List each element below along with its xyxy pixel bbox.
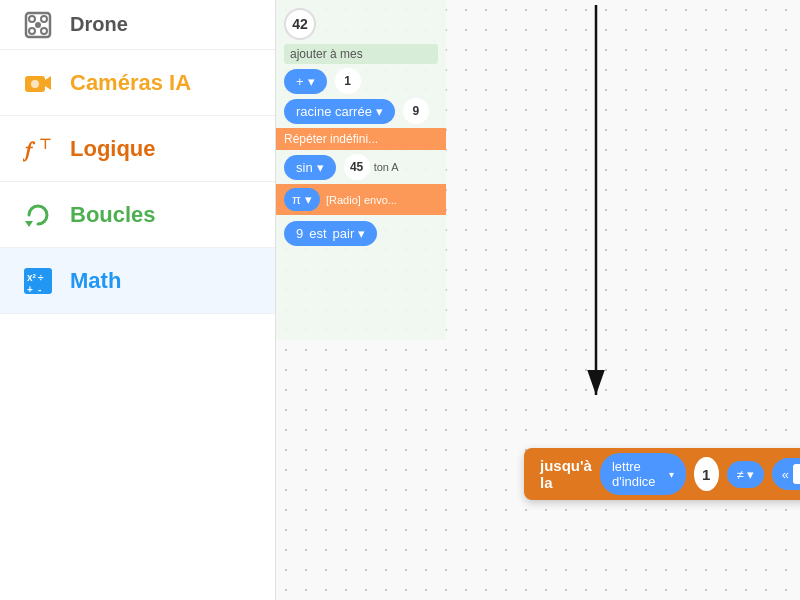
sidebar-item-label: Drone [70, 13, 128, 36]
lettre-dropdown[interactable]: lettre d'indice ▾ [600, 453, 686, 495]
est-label: est [309, 226, 326, 241]
sidebar-item-drone[interactable]: Drone [0, 0, 275, 50]
dropdown-arrow-icon: ▾ [747, 467, 754, 482]
block-row-est: 9 est pair ▾ [284, 221, 438, 246]
sidebar-item-logique[interactable]: 𝑓 ⊤ Logique [0, 116, 275, 182]
svg-point-2 [41, 16, 47, 22]
sin-label: sin [296, 160, 313, 175]
racine-block[interactable]: racine carrée ▾ [284, 99, 395, 124]
sidebar-item-label: Caméras IA [70, 70, 191, 96]
sidebar-item-label: Logique [70, 136, 156, 162]
dropdown-arrow-icon: ▾ [317, 160, 324, 175]
svg-marker-7 [45, 76, 51, 90]
math-icon: x² ÷ + - [20, 263, 56, 299]
nine-est-block[interactable]: 9 est pair ▾ [284, 221, 377, 246]
neq-label: ≠ [737, 467, 744, 482]
dropdown-arrow-icon: ▾ [376, 104, 383, 119]
pi-block[interactable]: π ▾ [284, 188, 320, 211]
svg-point-3 [29, 28, 35, 34]
racine-label: racine carrée [296, 104, 372, 119]
svg-text:÷: ÷ [38, 272, 44, 283]
dropdown-arrow-icon: ▾ [358, 226, 365, 241]
quote-open: « [782, 467, 789, 482]
pair-label: pair [333, 226, 355, 241]
plus-value[interactable]: 1 [335, 68, 361, 94]
sidebar-item-math[interactable]: x² ÷ + - Math [0, 248, 275, 314]
camera-icon [20, 65, 56, 101]
dropdown-arrow-icon: ▾ [669, 469, 674, 480]
svg-text:x²: x² [27, 272, 37, 283]
svg-marker-11 [25, 221, 33, 227]
pi-label: π [292, 192, 301, 207]
number-value: 1 [702, 466, 710, 483]
svg-text:+: + [27, 284, 33, 295]
jusqu-label: jusqu'à la [540, 457, 592, 491]
lettre-label: lettre d'indice [612, 459, 665, 489]
dropdown-arrow-icon: ▾ [308, 74, 315, 89]
plus-label: + [296, 74, 304, 89]
svg-point-1 [29, 16, 35, 22]
block-row-racine: racine carrée ▾ 9 [284, 98, 438, 124]
sidebar-item-boucles[interactable]: Boucles [0, 182, 275, 248]
bottom-block: jusqu'à la lettre d'indice ▾ 1 ≠ ▾ « » a… [524, 448, 800, 500]
ajouter-label: ajouter à mes [284, 44, 438, 64]
logic-icon: 𝑓 ⊤ [20, 131, 56, 167]
sin-value[interactable]: 45 [344, 154, 370, 180]
sidebar-item-cameras[interactable]: Caméras IA [0, 50, 275, 116]
blocks-panel: 42 ajouter à mes + ▾ 1 racine carrée ▾ 9… [276, 0, 446, 340]
boucles-icon [20, 197, 56, 233]
ton-label: ton A [374, 161, 399, 173]
quote-block: « » [772, 458, 800, 490]
plus-block[interactable]: + ▾ [284, 69, 327, 94]
svg-text:-: - [38, 284, 41, 295]
number-bubble-42: 42 [284, 8, 316, 40]
block-row-sin: sin ▾ 45 ton A [284, 154, 438, 180]
est-value: 9 [296, 226, 303, 241]
svg-point-4 [41, 28, 47, 34]
main-area: 42 ajouter à mes + ▾ 1 racine carrée ▾ 9… [276, 0, 800, 600]
svg-point-8 [31, 80, 39, 88]
racine-value[interactable]: 9 [403, 98, 429, 124]
block-row-42: 42 [284, 8, 438, 40]
svg-point-5 [35, 22, 41, 28]
block-row-plus: + ▾ 1 [284, 68, 438, 94]
block-row-radio: π ▾ [Radio] envo... [276, 184, 446, 215]
svg-text:𝑓: 𝑓 [23, 137, 36, 162]
sin-block[interactable]: sin ▾ [284, 155, 336, 180]
sidebar: Drone Caméras IA 𝑓 ⊤ Logique Bouc [0, 0, 276, 600]
drone-icon [20, 7, 56, 43]
sidebar-item-label: Boucles [70, 202, 156, 228]
sidebar-item-label: Math [70, 268, 121, 294]
quote-inner-box [793, 464, 800, 484]
dropdown-arrow-icon: ▾ [305, 192, 312, 207]
repeater-label: Répéter indéfini... [276, 128, 446, 150]
radio-label: [Radio] envo... [326, 194, 397, 206]
neq-dropdown[interactable]: ≠ ▾ [727, 461, 764, 488]
number-circle[interactable]: 1 [694, 457, 719, 491]
svg-text:⊤: ⊤ [39, 136, 51, 152]
